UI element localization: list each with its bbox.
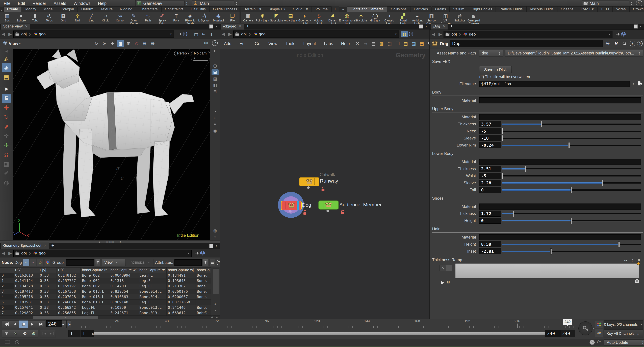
pane-menu-icon[interactable]: ▼ xyxy=(425,25,428,28)
shelf-tool-path[interactable]: ∿Path xyxy=(141,12,155,24)
pose-icon[interactable]: ✛ xyxy=(2,131,11,140)
path-obj[interactable]: obj xyxy=(21,251,27,256)
view-options-icon[interactable]: ⊞ xyxy=(212,89,218,94)
path-obj[interactable]: obj xyxy=(241,32,246,36)
param-value-field[interactable]: -10 xyxy=(479,135,501,141)
goto-start-button[interactable] xyxy=(2,320,11,328)
desktop-spinner[interactable]: ▲▼ xyxy=(184,0,189,6)
display-page-icon[interactable]: ▯ xyxy=(207,30,214,37)
camera-selector[interactable]: No cam ▾ xyxy=(191,51,210,61)
show-primitives-icon[interactable]: ⬒ xyxy=(2,73,11,81)
shelf-tool-sky-light[interactable]: ✶Sky Light xyxy=(354,12,368,24)
render-circle-icon[interactable]: ◎ xyxy=(212,228,218,233)
shelf-tab-fem[interactable]: FEM xyxy=(598,6,612,12)
view-orbit-icon[interactable]: ↻ xyxy=(93,40,100,47)
material-input[interactable] xyxy=(479,234,641,240)
menu-help[interactable]: Help xyxy=(94,0,110,7)
shade-icon[interactable]: ◑ xyxy=(212,108,218,114)
shelf-tool-l-system[interactable]: ⁂L-System xyxy=(197,12,211,24)
path-dropdown-icon[interactable]: ▼ xyxy=(608,33,612,36)
node-dog-label[interactable]: Dog xyxy=(302,202,311,208)
shelf-tool-sphere[interactable]: ●Sphere xyxy=(14,12,28,24)
shelf-tool-camera[interactable]: ▣Camera xyxy=(241,12,255,24)
param-slider[interactable] xyxy=(502,180,641,186)
scale-icon[interactable]: ⬈ xyxy=(2,122,11,131)
ramp-flip-v-icon[interactable]: ↕ xyxy=(629,257,636,263)
shelf-tab-volume[interactable]: Volume xyxy=(312,6,331,12)
scroll-down-icon[interactable]: ▼ xyxy=(214,309,216,312)
shelf-tab-lights-and-cameras[interactable]: Lights and Cameras xyxy=(347,6,387,12)
primitives-mode-icon[interactable]: ◇ xyxy=(37,259,43,266)
node-runway-label[interactable]: Runway xyxy=(320,178,338,184)
snap-magnet-icon[interactable]: Ω xyxy=(2,150,11,159)
undo-scrub-button[interactable]: ⟲ xyxy=(20,330,29,338)
param-value-field[interactable]: 0 xyxy=(479,218,501,224)
spider-icon[interactable]: ✳ xyxy=(141,40,148,47)
param-value-field[interactable]: -5 xyxy=(479,173,501,179)
background-image-icon[interactable]: ▨ xyxy=(410,40,418,47)
range-end-field2[interactable]: 240 xyxy=(560,330,576,337)
network-tab[interactable]: /obj/geo✕ xyxy=(220,23,244,29)
shelf-tool-stereo-camera[interactable]: ▥Stereo Camera xyxy=(424,12,438,24)
range-start-field[interactable]: 1 xyxy=(68,330,80,337)
view-dropdown[interactable]: View▼ xyxy=(102,259,126,266)
realtime-toggle-button[interactable]: ⊕ xyxy=(29,330,38,338)
param-slider[interactable] xyxy=(502,241,641,247)
ramp-add-point-icon[interactable]: + xyxy=(446,265,452,271)
param-value-field[interactable]: 8.59 xyxy=(479,241,501,247)
secure-selection-icon[interactable] xyxy=(2,94,11,103)
shelf-tool-null[interactable]: ✛Null xyxy=(70,12,84,24)
network-canvas[interactable]: Indie Edition Geometry Catwalk Runway Do… xyxy=(220,49,430,319)
auto-update-dropdown[interactable]: Auto Update▲▼ xyxy=(604,340,644,346)
path-geo[interactable]: geo xyxy=(39,32,46,36)
shelf-tool-volume-light[interactable]: ♨Volume Light xyxy=(312,12,326,24)
slider-handle[interactable] xyxy=(541,121,542,127)
node-runway[interactable] xyxy=(299,177,320,186)
scroll-right-icon[interactable]: ▶ xyxy=(216,316,218,319)
shelf-tool-ambient-light[interactable]: ◒Ambient Light xyxy=(410,12,424,24)
path-obj[interactable]: obj xyxy=(452,32,457,36)
ramp-options-icon[interactable]: ⊡ xyxy=(447,280,450,285)
shape-palette-icon[interactable]: ⬚ xyxy=(386,40,394,47)
view-zoom-icon[interactable]: ⊞ xyxy=(125,40,132,47)
menu-file[interactable]: File xyxy=(0,0,14,7)
node-audience-member[interactable] xyxy=(318,201,339,210)
info-icon[interactable]: i xyxy=(630,41,635,46)
scene-path-field[interactable]: obj ❯ geo ▼ xyxy=(14,30,174,38)
help-icon[interactable]: ? xyxy=(637,41,643,46)
scene-viewport[interactable]: y x z 0 0 Persp ▾ No cam ▾ Indie Edition xyxy=(13,49,210,240)
asset-path-dropdown[interactable]: D:/Development/Houdini Game Jam 2022/Ass… xyxy=(505,50,643,56)
shelf-tab-cloud-fx[interactable]: Cloud FX xyxy=(289,6,312,12)
paint-icon[interactable]: ✐ xyxy=(2,169,11,178)
houdini-logo-icon[interactable]: H xyxy=(613,40,620,47)
shelf-tab-model[interactable]: Model xyxy=(40,6,57,12)
pane-menu-icon[interactable]: ▼ xyxy=(215,25,218,28)
params-tab[interactable]: Dog✕ xyxy=(431,23,448,29)
next-key-button[interactable]: ▶▕ xyxy=(48,330,56,338)
shelf-menu-icon[interactable]: ▼ xyxy=(339,8,347,12)
set-key-button[interactable] xyxy=(578,321,592,336)
close-tab-icon[interactable]: ✕ xyxy=(44,244,46,248)
param-slider[interactable] xyxy=(502,166,641,172)
set-key-menu-icon[interactable]: ▼ xyxy=(592,327,595,330)
node-dog[interactable] xyxy=(281,201,302,210)
slider-handle[interactable] xyxy=(513,211,514,217)
network-boxes-icon[interactable]: ❒ xyxy=(394,40,402,47)
desk-main-selector[interactable]: Main xyxy=(192,0,234,6)
path-geo[interactable]: geo xyxy=(259,32,266,36)
play-reverse-button[interactable] xyxy=(11,320,19,328)
shelf-tab-vellum[interactable]: Vellum xyxy=(450,6,468,12)
show-objects-icon[interactable]: ◭ xyxy=(2,54,11,63)
shelf-tool-spot-light[interactable]: ◤Spot Light xyxy=(270,12,284,24)
shelf-tool-caustic-light[interactable]: ◖Caustic Light xyxy=(382,12,396,24)
forward-icon[interactable]: ▶ xyxy=(437,32,444,37)
shelf-tab-viscous-fluids[interactable]: Viscous Fluids xyxy=(526,6,557,12)
close-tab-icon[interactable]: ✕ xyxy=(442,24,445,28)
intrinsics-dropdown[interactable]: Intrinsics▼ xyxy=(127,259,154,266)
asset-box-icon[interactable]: ⬒ xyxy=(418,40,426,47)
menu-windows[interactable]: Windows xyxy=(70,0,94,7)
shelf-tool-portal-light[interactable]: ▞Portal Light xyxy=(396,12,410,24)
motionfx-icon[interactable] xyxy=(595,329,603,337)
shelf-tab-constraints[interactable]: Constraints xyxy=(162,6,187,12)
shelf-tab-pyro-fx[interactable]: Pyro FX xyxy=(577,6,598,12)
